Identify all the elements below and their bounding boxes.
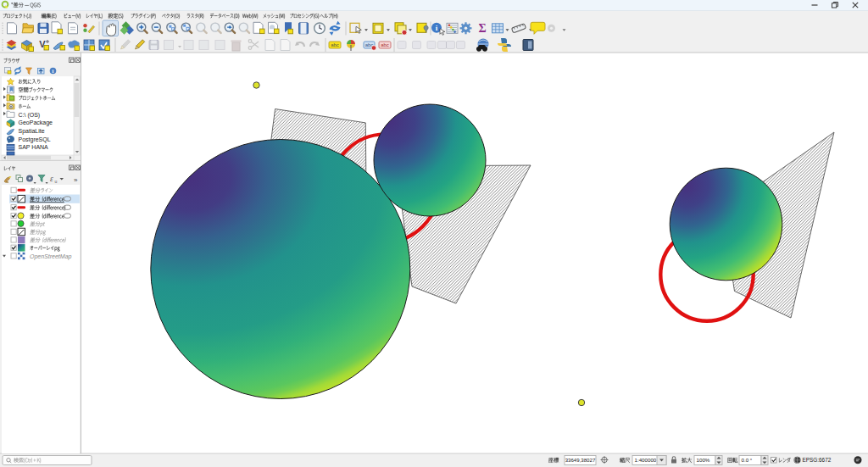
svg-text:PostgreSQL: PostgreSQL bbox=[19, 136, 51, 143]
svg-text:OpenStreetMap: OpenStreetMap bbox=[30, 253, 72, 260]
svg-text:SpatiaLite: SpatiaLite bbox=[19, 128, 45, 135]
svg-text:GeoPackage: GeoPackage bbox=[19, 120, 53, 126]
svg-text:ε: ε bbox=[50, 175, 53, 183]
svg-text:abc: abc bbox=[381, 42, 389, 47]
svg-text:i: i bbox=[53, 68, 54, 74]
svg-text:Σ: Σ bbox=[478, 22, 486, 35]
svg-text:100%: 100% bbox=[697, 457, 710, 463]
svg-text:C:\ (OS): C:\ (OS) bbox=[19, 112, 41, 119]
svg-text:abc: abc bbox=[331, 42, 339, 47]
svg-text:33649,38027: 33649,38027 bbox=[565, 457, 596, 463]
svg-text:u: u bbox=[55, 179, 58, 184]
svg-text:1:400000: 1:400000 bbox=[635, 457, 657, 463]
svg-text:0.0 °: 0.0 ° bbox=[742, 457, 753, 463]
svg-text:EPSG:6672: EPSG:6672 bbox=[803, 457, 832, 463]
svg-text:»: » bbox=[74, 176, 78, 184]
svg-text:SAP HANA: SAP HANA bbox=[19, 144, 49, 150]
